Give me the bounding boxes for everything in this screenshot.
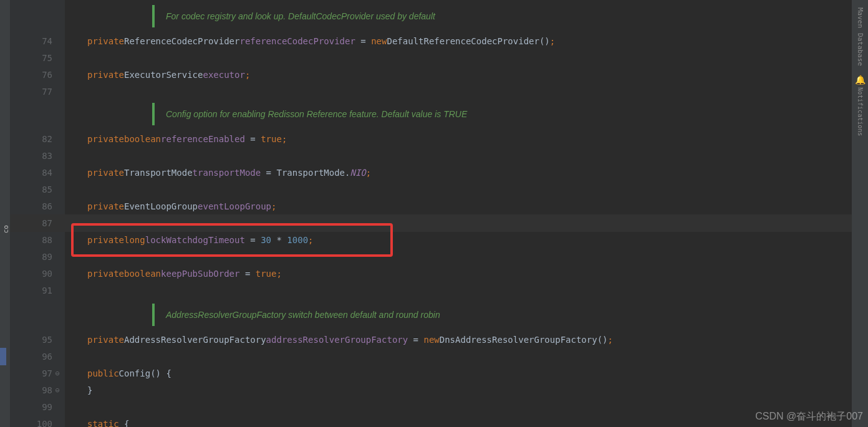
fold-marker-icon[interactable]: ⊖ [54,386,61,394]
code-line: 96 [65,348,852,365]
code-line: 82 private boolean referenceEnabled = tr… [65,130,852,148]
code-line: 90 private boolean keepPubSubOrder = tru… [65,265,852,282]
code-line: 99 [65,398,852,416]
sidebar-item-notifications[interactable]: Notifications [857,87,864,136]
code-content: static { [65,415,129,427]
code-editor[interactable]: For codec registry and look up. DefaultC… [65,0,852,427]
line-number: 85 [10,181,65,198]
code-content: private boolean referenceEnabled = true; [65,130,287,148]
line-number: 90 [10,265,65,282]
javadoc-comment: Config option for enabling Redisson Refe… [152,103,467,125]
code-content: private ExecutorService executor; [65,66,250,84]
line-number: 96 [10,348,65,365]
code-line: 74 private ReferenceCodecProvider refere… [65,32,852,50]
fold-marker-icon[interactable]: ⊖ [54,370,61,377]
code-line: 84 private TransportMode transportMode =… [65,164,852,181]
code-content: private boolean keepPubSubOrder = true; [65,265,282,282]
code-line: 85 [65,181,852,198]
line-number: 87 [10,214,65,232]
line-number: 99 [10,398,65,416]
line-number: 75 [10,49,65,67]
javadoc-comment: AddressResolverGroupFactory switch betwe… [152,304,440,326]
code-line-current: 87 [65,214,852,232]
code-line: 76 private ExecutorService executor; [65,66,852,84]
javadoc-comment: For codec registry and look up. DefaultC… [152,5,435,27]
code-line: 89 [65,248,852,266]
sidebar-item-maven[interactable]: Maven [856,7,864,28]
code-content: private long lockWatchdogTimeout = 30 * … [65,231,314,249]
code-content: public Config() { [65,365,171,382]
code-line: 91 [65,282,852,299]
code-content: private TransportMode transportMode = Tr… [65,164,371,181]
line-number: 76 [10,66,65,84]
code-line: 83 [65,147,852,165]
line-number: 77 [10,83,65,100]
line-number: 82 [10,130,65,148]
code-line: 75 [65,49,852,67]
code-line: 95 private AddressResolverGroupFactory a… [65,331,852,348]
line-number: 89 [10,248,65,266]
line-number: 83 [10,147,65,165]
line-number: 86 [10,198,65,215]
line-number: 88 [10,231,65,249]
line-number: 100 [10,415,65,427]
code-line: 100 static { [65,415,852,427]
sidebar-item-left[interactable]: rt [0,225,2,233]
sidebar-item-database[interactable]: Database [856,33,864,66]
code-line: 88 private long lockWatchdogTimeout = 30… [65,231,852,249]
line-number: 84 [10,164,65,181]
code-content: private AddressResolverGroupFactory addr… [65,331,613,348]
code-line: 97 ⊖ public Config() { [65,365,852,382]
bell-icon[interactable]: 🔔 [855,75,866,85]
code-content: } [65,381,92,399]
code-line: 98 ⊖ } [65,381,852,399]
sidebar-item-left[interactable]: co [2,225,10,233]
breakpoint-marker[interactable] [0,348,6,365]
right-tool-sidebar[interactable]: Maven Database 🔔 Notifications [852,0,868,427]
line-number: 95 [10,331,65,348]
line-number: 74 [10,32,65,50]
code-content: private ReferenceCodecProvider reference… [65,32,555,50]
line-number: 91 [10,282,65,299]
code-content: private EventLoopGroup eventLoopGroup; [65,198,276,215]
code-line: 86 private EventLoopGroup eventLoopGroup… [65,198,852,215]
code-line: 77 [65,83,852,100]
